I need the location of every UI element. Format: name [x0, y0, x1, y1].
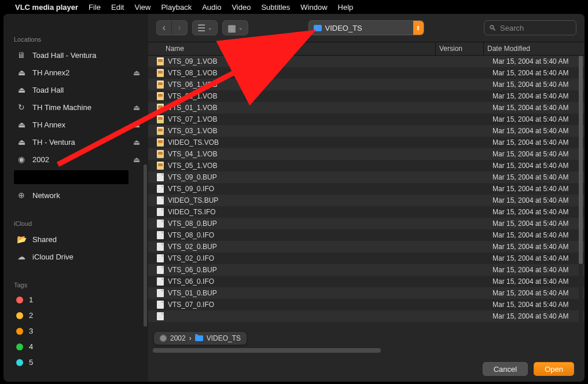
- folder-dropdown[interactable]: VIDEO_TS ▲▼: [308, 20, 424, 35]
- file-name: VTS_07_0.IFO: [168, 301, 454, 309]
- file-icon: [156, 266, 164, 274]
- file-row[interactable]: VTS_02_1.VOBMar 15, 2004 at 5:40 AM: [148, 90, 585, 102]
- file-icon: [156, 220, 164, 228]
- sidebar-item-redacted[interactable]: [14, 170, 128, 184]
- file-row[interactable]: VTS_01_0.BUPMar 15, 2004 at 5:40 AM: [148, 287, 585, 299]
- sidebar-section-tags: Tags: [14, 281, 142, 288]
- folder-icon: [314, 25, 322, 31]
- tag-label: 4: [29, 342, 33, 351]
- file-date: Mar 15, 2004 at 5:40 AM: [493, 173, 576, 181]
- tag-2[interactable]: 2: [14, 308, 142, 323]
- tag-4[interactable]: 4: [14, 339, 142, 354]
- file-row[interactable]: VIDEO_TS.BUPMar 15, 2004 at 5:40 AM: [148, 195, 585, 206]
- menu-playback[interactable]: Playback: [161, 3, 192, 12]
- file-name: VTS_06_0.BUP: [168, 266, 454, 274]
- tag-1[interactable]: 1: [14, 292, 142, 308]
- file-row[interactable]: VTS_07_0.IFOMar 15, 2004 at 5:40 AM: [148, 299, 585, 310]
- path-item-2[interactable]: VIDEO_TS: [207, 334, 241, 342]
- tag-5[interactable]: 5: [14, 354, 142, 370]
- cancel-button[interactable]: Cancel: [483, 362, 528, 376]
- sidebar-item-th-ventura[interactable]: ⏏TH - Ventura⏏: [14, 133, 142, 151]
- file-row[interactable]: VTS_06_0.BUPMar 15, 2004 at 5:40 AM: [148, 264, 585, 276]
- nav-forward-button[interactable]: ›: [172, 21, 187, 35]
- eject-icon[interactable]: ⏏: [133, 68, 140, 77]
- tag-label: 1: [29, 295, 33, 304]
- sidebar-item-2002[interactable]: ◉2002⏏: [14, 151, 142, 168]
- eject-icon[interactable]: ⏏: [133, 103, 140, 112]
- file-name: VTS_08_1.VOB: [168, 69, 454, 77]
- file-icon: [156, 312, 164, 320]
- menu-file[interactable]: File: [89, 3, 101, 12]
- file-row[interactable]: VTS_08_0.BUPMar 15, 2004 at 5:40 AM: [148, 218, 585, 229]
- tag-dot-icon: [16, 297, 23, 303]
- file-row[interactable]: VTS_01_1.VOBMar 15, 2004 at 5:40 AM: [148, 102, 585, 114]
- file-name: VTS_09_1.VOB: [168, 57, 454, 65]
- view-grid-button[interactable]: ▦ ⌄: [222, 20, 248, 35]
- open-button[interactable]: Open: [534, 362, 574, 376]
- file-row[interactable]: VTS_06_1.VOBMar 15, 2004 at 5:40 AM: [148, 79, 585, 90]
- app-name[interactable]: VLC media player: [15, 3, 78, 12]
- eject-icon[interactable]: ⏏: [133, 138, 140, 147]
- menu-window[interactable]: Window: [300, 3, 327, 12]
- sidebar-item-label: 2002: [32, 155, 49, 164]
- menu-view[interactable]: View: [134, 3, 150, 12]
- file-row[interactable]: VTS_02_0.BUPMar 15, 2004 at 5:40 AM: [148, 241, 585, 253]
- menu-edit[interactable]: Edit: [111, 3, 124, 12]
- sidebar-item-th-annex2[interactable]: ⏏TH Annex2⏏: [14, 64, 142, 81]
- file-row[interactable]: VTS_05_1.VOBMar 15, 2004 at 5:40 AM: [148, 160, 585, 171]
- vertical-scrollbar[interactable]: [579, 56, 583, 264]
- file-row[interactable]: VTS_02_0.IFOMar 15, 2004 at 5:40 AM: [148, 253, 585, 264]
- file-row[interactable]: VTS_03_1.VOBMar 15, 2004 at 5:40 AM: [148, 125, 585, 137]
- file-icon: [156, 115, 164, 123]
- tag-label: 3: [29, 327, 33, 335]
- file-icon: [156, 104, 164, 112]
- sidebar-item-shared[interactable]: 📂Shared: [14, 231, 142, 248]
- menu-help[interactable]: Help: [338, 3, 354, 12]
- file-row[interactable]: VTS_09_0.BUPMar 15, 2004 at 5:40 AM: [148, 171, 585, 183]
- file-name: VTS_01_1.VOB: [168, 104, 454, 112]
- menu-audio[interactable]: Audio: [202, 3, 221, 12]
- tag-3[interactable]: 3: [14, 323, 142, 339]
- file-icon: [156, 92, 164, 100]
- file-row[interactable]: VIDEO_TS.VOBMar 15, 2004 at 5:40 AM: [148, 137, 585, 148]
- path-item-1[interactable]: 2002: [170, 334, 186, 342]
- file-row[interactable]: VTS_09_0.IFOMar 15, 2004 at 5:40 AM: [148, 183, 585, 195]
- column-date[interactable]: Date Modified: [487, 45, 574, 53]
- column-version[interactable]: Version: [439, 45, 480, 53]
- file-icon: [156, 208, 164, 216]
- menu-subtitles[interactable]: Subtitles: [261, 3, 290, 12]
- file-icon: [156, 196, 164, 204]
- file-row[interactable]: VTS_04_1.VOBMar 15, 2004 at 5:40 AM: [148, 148, 585, 160]
- sidebar-item-icloud-drive[interactable]: ☁iCloud Drive: [14, 248, 142, 265]
- eject-icon[interactable]: ⏏: [133, 120, 140, 129]
- search-input[interactable]: 🔍︎ Search: [484, 20, 576, 35]
- file-date: Mar 15, 2004 at 5:40 AM: [493, 69, 576, 77]
- menu-video[interactable]: Video: [231, 3, 251, 12]
- file-name: VTS_01_0.BUP: [168, 289, 454, 297]
- file-row[interactable]: VTS_07_1.VOBMar 15, 2004 at 5:40 AM: [148, 114, 585, 125]
- column-name[interactable]: Name: [166, 45, 432, 53]
- file-row[interactable]: VTS_09_1.VOBMar 15, 2004 at 5:40 AM: [148, 56, 585, 67]
- file-date: Mar 15, 2004 at 5:40 AM: [493, 289, 576, 297]
- file-list[interactable]: VTS_09_1.VOBMar 15, 2004 at 5:40 AMVTS_0…: [148, 56, 585, 356]
- file-date: Mar 15, 2004 at 5:40 AM: [493, 185, 576, 193]
- file-row[interactable]: VTS_08_0.IFOMar 15, 2004 at 5:40 AM: [148, 229, 585, 241]
- sidebar-item-network[interactable]: ⊕Network: [14, 186, 142, 204]
- sidebar-item-th-annex[interactable]: ⏏TH Annex⏏: [14, 116, 142, 133]
- eject-icon[interactable]: ⏏: [133, 155, 140, 164]
- sidebar-item-toad-hall[interactable]: ⏏Toad Hall: [14, 81, 142, 98]
- nav-back-button[interactable]: ‹: [157, 21, 172, 35]
- file-row[interactable]: VTS_08_1.VOBMar 15, 2004 at 5:40 AM: [148, 67, 585, 79]
- sidebar-scrollbar[interactable]: [144, 164, 147, 327]
- file-name: VTS_06_1.VOB: [168, 81, 454, 89]
- folder-icon: [195, 335, 203, 341]
- horizontal-scrollbar[interactable]: [153, 348, 381, 353]
- view-list-button[interactable]: ☰ ⌄: [192, 20, 218, 35]
- file-row[interactable]: VTS_06_0.IFOMar 15, 2004 at 5:40 AM: [148, 276, 585, 287]
- file-row[interactable]: Mar 15, 2004 at 5:40 AM: [148, 310, 585, 322]
- file-row[interactable]: VIDEO_TS.IFOMar 15, 2004 at 5:40 AM: [148, 206, 585, 218]
- sidebar-item-toad-hall-ventura[interactable]: 🖥Toad Hall - Ventura: [14, 46, 142, 64]
- sidebar: Locations 🖥Toad Hall - Ventura⏏TH Annex2…: [3, 14, 148, 382]
- sidebar-item-th-time-machine[interactable]: ↻TH Time Machine⏏: [14, 98, 142, 116]
- file-name: VTS_09_0.IFO: [168, 185, 454, 193]
